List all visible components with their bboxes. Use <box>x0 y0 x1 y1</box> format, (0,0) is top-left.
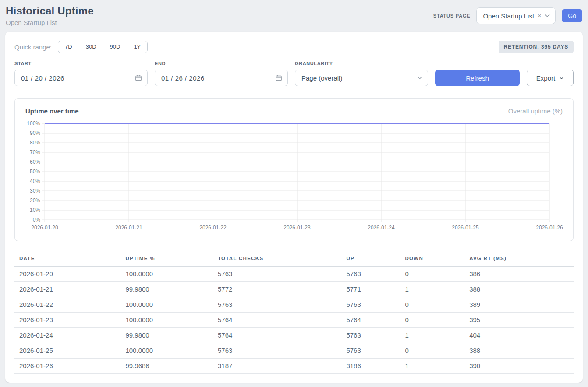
cell-down: 1 <box>400 328 464 343</box>
svg-text:2026-01-21: 2026-01-21 <box>115 225 142 231</box>
cell-avg-rt: 389 <box>464 297 574 313</box>
svg-text:10%: 10% <box>30 207 40 213</box>
svg-text:50%: 50% <box>30 169 40 175</box>
end-date-label: END <box>155 61 288 66</box>
column-header-total-checks: TOTAL CHECKS <box>213 252 341 267</box>
quick-range-30d-button[interactable]: 30D <box>79 41 103 53</box>
start-date-input[interactable]: 01 / 20 / 2026 <box>14 70 148 86</box>
table-row: 2026-01-23 100.0000 5764 5764 0 395 <box>14 313 574 328</box>
cell-date: 2026-01-26 <box>14 359 120 374</box>
svg-text:2026-01-25: 2026-01-25 <box>452 225 479 231</box>
quick-range-buttons: 7D 30D 90D 1Y <box>58 41 148 53</box>
svg-text:2026-01-22: 2026-01-22 <box>199 225 227 231</box>
page-title: Historical Uptime <box>6 5 94 17</box>
quick-range-row: Quick range: 7D 30D 90D 1Y RETENTION: 36… <box>14 41 574 53</box>
table-row: 2026-01-21 99.9800 5772 5771 1 388 <box>14 282 574 297</box>
svg-text:80%: 80% <box>30 140 40 146</box>
cell-date: 2026-01-20 <box>14 267 120 282</box>
cell-up: 5763 <box>341 297 400 313</box>
cell-date: 2026-01-25 <box>14 343 120 359</box>
quick-range-label: Quick range: <box>14 43 52 51</box>
end-date-value: 01 / 26 / 2026 <box>161 74 205 82</box>
refresh-button[interactable]: Refresh <box>435 70 520 86</box>
table-row: 2026-01-20 100.0000 5763 5763 0 386 <box>14 267 574 282</box>
cell-avg-rt: 386 <box>464 267 574 282</box>
cell-total-checks: 5763 <box>213 343 341 359</box>
svg-text:20%: 20% <box>30 197 40 204</box>
cell-uptime: 99.9800 <box>120 328 213 343</box>
cell-total-checks: 3187 <box>213 359 341 374</box>
cell-total-checks: 5764 <box>213 328 341 343</box>
granularity-field: GRANULARITY Page (overall) <box>295 61 428 86</box>
cell-uptime: 100.0000 <box>120 267 213 282</box>
page-subtitle: Open Startup List <box>6 19 94 26</box>
cell-total-checks: 5764 <box>213 313 341 328</box>
quick-range-90d-button[interactable]: 90D <box>103 41 127 53</box>
quick-range-1y-button[interactable]: 1Y <box>127 41 147 53</box>
cell-date: 2026-01-24 <box>14 328 120 343</box>
cell-down: 0 <box>400 343 464 359</box>
column-header-down: DOWN <box>400 252 464 267</box>
uptime-table: DATE UPTIME % TOTAL CHECKS UP DOWN AVG R… <box>14 252 574 374</box>
export-button-label: Export <box>536 74 555 82</box>
cell-uptime: 99.9800 <box>120 282 213 297</box>
chevron-down-icon <box>417 76 422 80</box>
cell-avg-rt: 388 <box>464 282 574 297</box>
status-page-select[interactable]: Open Startup List × <box>476 7 556 24</box>
start-date-field: START 01 / 20 / 2026 <box>14 61 148 86</box>
svg-text:70%: 70% <box>30 149 40 155</box>
table-row: 2026-01-22 100.0000 5763 5763 0 389 <box>14 297 574 313</box>
cell-avg-rt: 395 <box>464 313 574 328</box>
filters-row: START 01 / 20 / 2026 END 01 / 26 / 2026 … <box>14 61 574 86</box>
cell-up: 5764 <box>341 313 400 328</box>
cell-avg-rt: 404 <box>464 328 574 343</box>
cell-total-checks: 5763 <box>213 267 341 282</box>
svg-text:30%: 30% <box>30 188 40 194</box>
column-header-date: DATE <box>14 252 120 267</box>
calendar-icon[interactable] <box>135 74 142 81</box>
granularity-select[interactable]: Page (overall) <box>295 70 428 86</box>
status-page-selected-value: Open Startup List <box>483 12 534 20</box>
calendar-icon[interactable] <box>275 74 282 81</box>
table-row: 2026-01-24 99.9800 5764 5763 1 404 <box>14 328 574 343</box>
start-date-value: 01 / 20 / 2026 <box>21 74 64 82</box>
cell-up: 3186 <box>341 359 400 374</box>
cell-up: 5763 <box>341 328 400 343</box>
cell-down: 0 <box>400 267 464 282</box>
cell-total-checks: 5763 <box>213 297 341 313</box>
cell-date: 2026-01-23 <box>14 313 120 328</box>
column-header-uptime: UPTIME % <box>120 252 213 267</box>
main-card: Quick range: 7D 30D 90D 1Y RETENTION: 36… <box>5 32 583 383</box>
table-row: 2026-01-25 100.0000 5763 5763 0 388 <box>14 343 574 359</box>
granularity-selected-value: Page (overall) <box>301 74 342 82</box>
cell-up: 5763 <box>341 267 400 282</box>
cell-uptime: 100.0000 <box>120 313 213 328</box>
cell-uptime: 100.0000 <box>120 297 213 313</box>
export-button[interactable]: Export <box>527 70 574 86</box>
go-button[interactable]: Go <box>562 9 582 22</box>
quick-range-7d-button[interactable]: 7D <box>58 41 79 53</box>
cell-date: 2026-01-22 <box>14 297 120 313</box>
svg-text:2026-01-24: 2026-01-24 <box>368 225 395 231</box>
chart-header: Uptime over time Overall uptime (%) <box>25 107 563 115</box>
svg-text:40%: 40% <box>30 178 40 184</box>
page-header: Historical Uptime Open Startup List STAT… <box>0 0 588 32</box>
cell-down: 1 <box>400 359 464 374</box>
cell-total-checks: 5772 <box>213 282 341 297</box>
svg-text:2026-01-26: 2026-01-26 <box>536 225 563 231</box>
cell-uptime: 100.0000 <box>120 343 213 359</box>
clear-selection-icon[interactable]: × <box>538 13 541 19</box>
cell-date: 2026-01-21 <box>14 282 120 297</box>
svg-text:0%: 0% <box>33 217 41 223</box>
cell-up: 5763 <box>341 343 400 359</box>
end-date-field: END 01 / 26 / 2026 <box>155 61 288 86</box>
end-date-input[interactable]: 01 / 26 / 2026 <box>155 70 288 86</box>
uptime-line-chart: 0%10%20%30%40%50%60%70%80%90%100%2026-01… <box>25 120 563 233</box>
svg-text:2026-01-23: 2026-01-23 <box>283 225 311 231</box>
svg-text:100%: 100% <box>27 120 40 127</box>
retention-badge: RETENTION: 365 DAYS <box>499 41 574 53</box>
status-page-label: STATUS PAGE <box>433 13 471 18</box>
svg-text:60%: 60% <box>30 159 40 165</box>
svg-text:90%: 90% <box>30 130 40 136</box>
uptime-chart-card: Uptime over time Overall uptime (%) 0%10… <box>14 98 574 241</box>
